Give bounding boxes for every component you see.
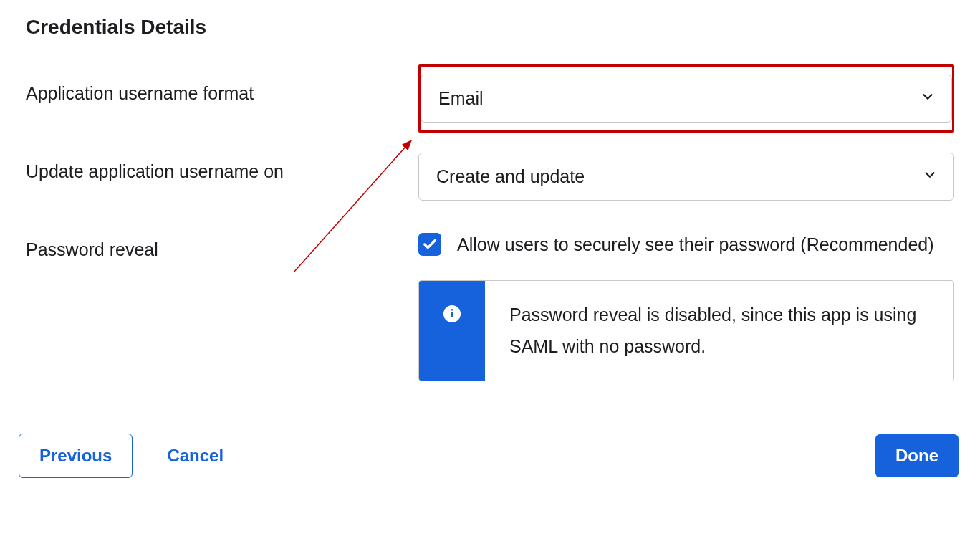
update-on-value: Create and update <box>436 166 585 187</box>
username-format-select[interactable]: Email <box>421 75 952 123</box>
username-format-label: Application username format <box>26 75 418 104</box>
info-banner-text: Password reveal is disabled, since this … <box>485 281 953 381</box>
update-on-select[interactable]: Create and update <box>418 153 954 201</box>
previous-button[interactable]: Previous <box>19 434 133 478</box>
info-banner: i Password reveal is disabled, since thi… <box>418 280 954 382</box>
password-reveal-label: Password reveal <box>26 231 418 260</box>
update-on-label: Update application username on <box>26 153 418 182</box>
info-banner-icon-column: i <box>419 281 485 381</box>
highlight-box: Email <box>418 64 954 133</box>
update-on-row: Update application username on Create an… <box>26 153 954 201</box>
username-format-row: Application username format Email <box>26 75 954 123</box>
chevron-down-icon <box>922 166 938 187</box>
section-title: Credentials Details <box>26 16 954 39</box>
password-reveal-checkbox-label: Allow users to securely see their passwo… <box>457 231 934 259</box>
username-format-value: Email <box>438 88 484 109</box>
chevron-down-icon <box>920 88 936 109</box>
info-icon: i <box>443 305 461 322</box>
cancel-button[interactable]: Cancel <box>167 446 224 466</box>
password-reveal-row: Password reveal Allow users to securely … <box>26 231 954 381</box>
password-reveal-checkbox[interactable] <box>418 233 441 256</box>
check-icon <box>422 236 438 252</box>
done-button[interactable]: Done <box>875 434 959 477</box>
footer: Previous Cancel Done <box>0 416 980 478</box>
